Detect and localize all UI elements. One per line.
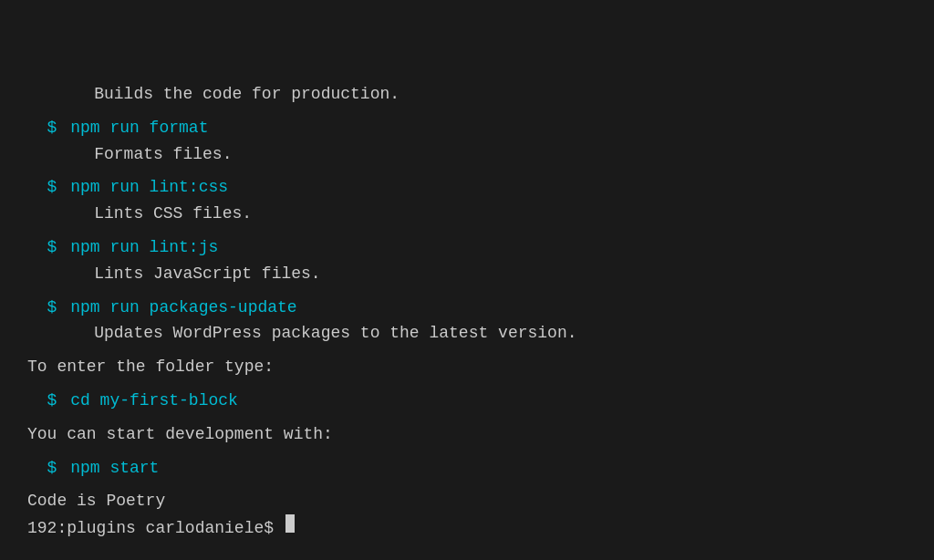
terminal-cursor (285, 514, 295, 533)
cmd-lintcss: npm run lint:css (60, 174, 228, 201)
line-poetry: Code is Poetry (27, 488, 907, 514)
line-format-cmd: $ npm run format (27, 115, 907, 141)
spacer (27, 347, 907, 354)
prompt-format: $ (27, 115, 57, 141)
line-lintcss-desc: Lints CSS files. (27, 201, 907, 227)
cmd-pkgupdate: npm run packages-update (60, 295, 296, 321)
line-lintcss-cmd: $ npm run lint:css (27, 174, 907, 201)
text-lintcss-desc: Lints CSS files. (27, 201, 252, 227)
line-pkgupdate-cmd: $ npm run packages-update (27, 295, 907, 321)
prompt-cd: $ (27, 388, 57, 414)
prompt-pkgupdate: $ (27, 295, 57, 321)
line-npmstart-cmd: $ npm start (27, 455, 907, 482)
line-lintjs-desc: Lints JavaScript files. (27, 261, 907, 287)
spacer (27, 448, 907, 455)
spacer (27, 414, 907, 421)
text-poetry: Code is Poetry (27, 488, 165, 514)
line-pkgupdate-desc: Updates WordPress packages to the latest… (27, 320, 907, 347)
prompt-lintcss: $ (27, 174, 57, 201)
text-shell-prompt: 192:plugins carlodaniele$ (27, 515, 284, 542)
cmd-npmstart: npm start (60, 455, 159, 482)
line-lintjs-cmd: $ npm run lint:js (27, 234, 907, 261)
line-shell-prompt: 192:plugins carlodaniele$ (27, 514, 907, 542)
cmd-format: npm run format (60, 115, 208, 141)
spacer (27, 380, 907, 388)
line-cd-cmd: $ cd my-first-block (27, 388, 907, 414)
line-builds-desc: Builds the code for production. (27, 81, 907, 108)
text-pkgupdate-desc: Updates WordPress packages to the latest… (27, 320, 577, 347)
terminal-window: Builds the code for production. $ npm ru… (0, 0, 934, 560)
spacer (27, 167, 907, 174)
cmd-cd: cd my-first-block (60, 388, 237, 414)
text-start-dev: You can start development with: (27, 421, 333, 448)
spacer (27, 481, 907, 488)
terminal-output: Builds the code for production. $ npm ru… (27, 81, 907, 542)
line-start-dev: You can start development with: (27, 421, 907, 448)
text-lintjs-desc: Lints JavaScript files. (27, 261, 321, 287)
cmd-lintjs: npm run lint:js (60, 234, 218, 261)
text-enter-folder: To enter the folder type: (27, 354, 274, 380)
line-format-desc: Formats files. (27, 141, 907, 168)
spacer (27, 227, 907, 234)
spacer (27, 287, 907, 295)
prompt-npmstart: $ (27, 455, 57, 482)
spacer (27, 108, 907, 115)
text-builds-desc: Builds the code for production. (27, 81, 400, 108)
line-enter-folder: To enter the folder type: (27, 354, 907, 380)
text-format-desc: Formats files. (27, 141, 232, 168)
prompt-lintjs: $ (27, 234, 57, 261)
